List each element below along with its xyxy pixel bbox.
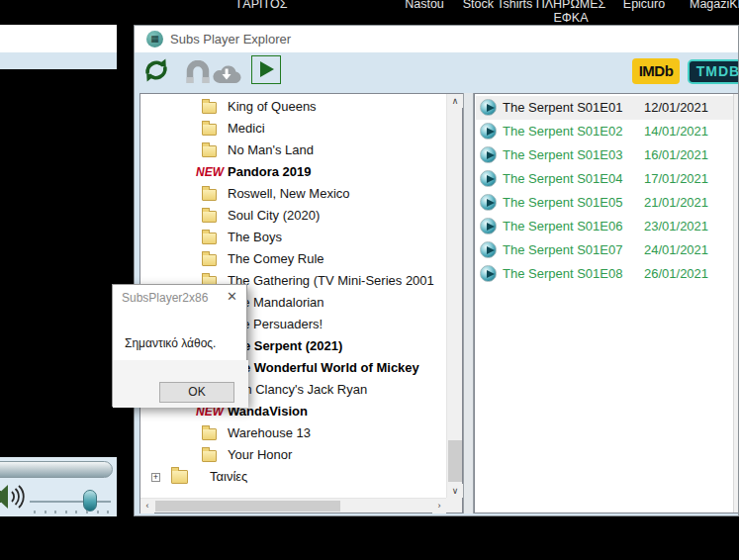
tree-horizontal-scrollbar[interactable]: ‹ › [140, 498, 446, 513]
slider-tick [97, 511, 99, 513]
close-icon[interactable]: ✕ [227, 289, 237, 304]
scroll-left-icon[interactable]: ‹ [140, 499, 154, 513]
episode-date: 14/01/2021 [644, 120, 708, 142]
play-icon[interactable] [480, 194, 497, 211]
folder-icon [202, 124, 217, 136]
progress-bar[interactable] [0, 461, 113, 478]
bookmark-item[interactable]: Nastou [405, 0, 444, 11]
tree-vertical-scrollbar[interactable]: ∧ ∨ [446, 94, 462, 498]
episode-date: 16/01/2021 [644, 143, 708, 166]
scroll-up-icon[interactable]: ∧ [447, 94, 463, 108]
tree-item[interactable]: +Ταινίες [140, 466, 446, 488]
episode-name: The Serpent S01E03 [503, 143, 644, 166]
tree-item-label: Soul City (2020) [228, 205, 320, 227]
folder-icon [202, 254, 217, 266]
play-icon[interactable] [480, 99, 497, 116]
episode-name: The Serpent S01E08 [503, 262, 644, 285]
window-title: Subs Player Explorer [170, 32, 291, 47]
tree-item[interactable]: The Boys [140, 227, 446, 248]
play-icon[interactable] [480, 241, 497, 258]
tree-item-label: King of Queens [228, 96, 317, 118]
refresh-icon[interactable] [142, 56, 170, 84]
episode-row[interactable]: The Serpent S01E0417/01/2021 [476, 167, 739, 191]
panel-splitter[interactable] [463, 93, 474, 513]
folder-icon [202, 145, 217, 157]
tree-item-label: The Comey Rule [228, 248, 324, 270]
tree-item[interactable]: King of Queens [140, 96, 446, 118]
play-icon[interactable] [251, 55, 281, 84]
episodes-panel: The Serpent S01E0112/01/2021The Serpent … [474, 93, 739, 513]
tree-item[interactable]: Medici [140, 118, 446, 140]
tree-item[interactable]: No Man's Land [140, 140, 446, 161]
dialog-footer: OK [113, 360, 248, 408]
tree-item-label: The Wonderful World of Mickey [228, 357, 419, 379]
episodes-scrollbar[interactable] [733, 94, 739, 513]
imdb-button[interactable]: IMDb [632, 58, 680, 84]
play-icon[interactable] [480, 123, 497, 140]
play-icon[interactable] [480, 218, 497, 234]
media-player-panel [0, 457, 117, 516]
tree-item[interactable]: Soul City (2020) [140, 205, 446, 227]
episode-row[interactable]: The Serpent S01E0521/01/2021 [476, 191, 739, 215]
bookmark-item[interactable]: ΓΑΡΙΤΟΣ [237, 0, 288, 11]
slider-tick [34, 511, 36, 513]
slider-tick [86, 511, 88, 513]
play-icon[interactable] [480, 146, 497, 163]
episode-name: The Serpent S01E01 [503, 96, 644, 119]
tree-item-label: Tom Clancy's Jack Ryan [228, 379, 367, 401]
episode-row[interactable]: The Serpent S01E0316/01/2021 [476, 143, 739, 167]
dialog-message: Σημαντικό λάθος. [125, 336, 216, 350]
tree-item[interactable]: Warehouse 13 [140, 422, 446, 444]
play-icon[interactable] [480, 170, 497, 187]
folder-icon [202, 233, 217, 244]
episode-name: The Serpent S01E06 [503, 215, 644, 237]
volume-slider[interactable] [30, 501, 111, 503]
subs-player-window: ▦ Subs Player Explorer IMDb TMDB King of… [134, 25, 739, 516]
bookmark-item[interactable]: Epicuro [623, 0, 665, 11]
folder-icon [202, 102, 217, 114]
episode-row[interactable]: The Serpent S01E0214/01/2021 [476, 120, 739, 143]
bookmark-item[interactable]: Stock Tshirts [463, 0, 533, 11]
scrollbar-thumb[interactable] [448, 440, 462, 482]
tree-item[interactable]: Roswell, New Mexico [140, 183, 446, 205]
tree-item-label: The Boys [228, 227, 282, 248]
episode-name: The Serpent S01E05 [503, 191, 644, 214]
scroll-right-icon[interactable]: › [432, 499, 446, 513]
speaker-icon [0, 481, 33, 513]
app-icon: ▦ [146, 31, 163, 47]
tree-item[interactable]: NEWPandora 2019 [140, 161, 446, 183]
slider-tick [54, 511, 56, 513]
tree-item[interactable]: The Comey Rule [140, 248, 446, 270]
tree-item-label: Pandora 2019 [228, 161, 312, 183]
folder-icon [202, 450, 217, 462]
folder-icon [202, 428, 217, 440]
volume-slider-thumb[interactable] [83, 490, 97, 512]
dialog-title: SubsPlayer2x86 [122, 291, 208, 305]
tree-item-label: No Man's Land [228, 140, 314, 161]
bookmark-item-subline: ΕΦΚΑ [553, 11, 588, 25]
episode-name: The Serpent S01E02 [503, 120, 644, 142]
bookmark-item[interactable]: MagaziKle [690, 0, 739, 11]
download-cloud-icon[interactable] [212, 62, 241, 84]
bookmarks-bar: ΓΑΡΙΤΟΣNastouStock TshirtsΠΛΗΡΩΜΕΣΕΦΚΑEp… [0, 0, 739, 25]
bookmark-item[interactable]: ΠΛΗΡΩΜΕΣΕΦΚΑ [536, 0, 606, 11]
magnet-icon[interactable] [184, 60, 212, 84]
episode-row[interactable]: The Serpent S01E0112/01/2021 [476, 96, 739, 120]
ok-button[interactable]: OK [159, 382, 234, 403]
toolbar: IMDb TMDB [135, 52, 738, 92]
error-dialog: SubsPlayer2x86 ✕ Σημαντικό λάθος. OK [112, 284, 247, 407]
play-icon[interactable] [480, 265, 497, 282]
background-window-titlebar: – ✕ [0, 25, 117, 52]
expand-icon[interactable]: + [151, 473, 160, 482]
new-badge: NEW [196, 161, 224, 183]
episode-row[interactable]: The Serpent S01E0623/01/2021 [476, 215, 739, 238]
episode-name: The Serpent S01E07 [503, 238, 644, 261]
episode-date: 24/01/2021 [644, 238, 708, 261]
tmdb-button[interactable]: TMDB [688, 59, 739, 84]
scrollbar-thumb[interactable] [155, 501, 340, 512]
scroll-down-icon[interactable]: ∨ [447, 484, 463, 498]
folder-icon [171, 470, 188, 484]
tree-item[interactable]: Your Honor [140, 444, 446, 466]
episode-row[interactable]: The Serpent S01E0724/01/2021 [476, 238, 739, 262]
episode-row[interactable]: The Serpent S01E0826/01/2021 [476, 262, 739, 286]
